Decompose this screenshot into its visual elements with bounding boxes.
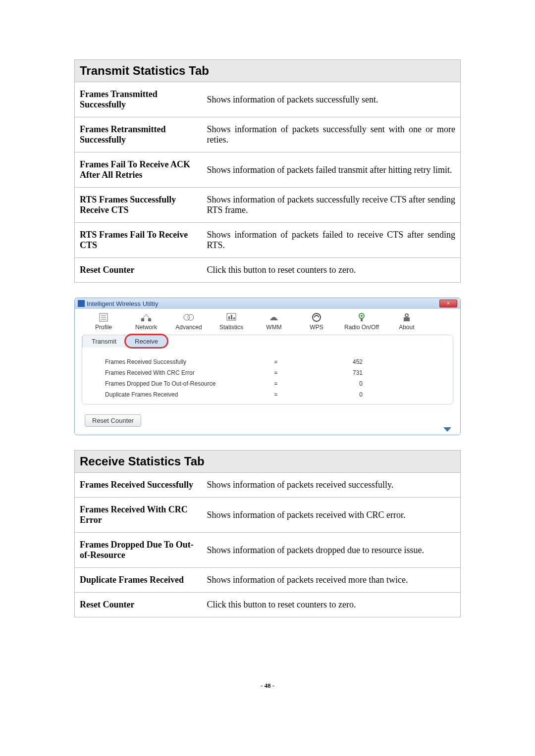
app-icon: [78, 300, 85, 307]
stats-row-3-eq: =: [249, 391, 303, 398]
svg-rect-5: [148, 318, 151, 321]
svg-rect-13: [233, 317, 235, 319]
transmit-table-title: Transmit Statistics Tab: [75, 60, 461, 82]
transmit-row-0-label: Frames Transmitted Successfully: [75, 82, 202, 117]
transmit-row-0-desc: Shows information of packets successfull…: [202, 82, 461, 117]
collapse-icon[interactable]: [443, 427, 451, 432]
receive-row-1-label: Frames Received With CRC Error: [75, 498, 202, 533]
toolbar-about-label: About: [399, 324, 414, 331]
receive-row-2-desc: Shows information of packets dropped due…: [202, 533, 461, 568]
radio-icon: [355, 312, 368, 323]
toolbar-statistics-label: Statistics: [219, 324, 243, 331]
stats-row: Frames Received Successfully = 452: [105, 356, 438, 367]
transmit-row-5-desc: Click this button to reset counters to z…: [202, 258, 461, 283]
stats-panel: Transmit Receive Frames Received Success…: [82, 335, 453, 404]
stats-row-2-eq: =: [249, 380, 303, 387]
statistics-icon: [225, 312, 238, 323]
wps-icon: [310, 312, 323, 323]
receive-row-3-label: Duplicate Frames Received: [75, 568, 202, 593]
toolbar-wps-label: WPS: [310, 324, 323, 331]
toolbar-advanced-label: Advanced: [175, 324, 202, 331]
stats-row-2-value: 0: [303, 380, 363, 387]
receive-statistics-table: Receive Statistics Tab Frames Received S…: [74, 450, 461, 617]
receive-row-3-desc: Shows information of packets received mo…: [202, 568, 461, 593]
svg-line-7: [146, 314, 150, 318]
stats-row-0-label: Frames Received Successfully: [105, 358, 249, 365]
transmit-row-2-label: Frames Fail To Receive ACK After All Ret…: [75, 152, 202, 188]
tab-transmit[interactable]: Transmit: [82, 335, 126, 348]
receive-table-title: Receive Statistics Tab: [75, 451, 461, 473]
stats-row-0-eq: =: [249, 358, 303, 365]
dialog-titlebar: Intelligent Wireless Utiltiy ×: [75, 298, 460, 309]
profile-icon: [97, 312, 110, 323]
transmit-row-4-label: RTS Frames Fail To Receive CTS: [75, 223, 202, 258]
transmit-row-1-label: Frames Retransmitted Successfully: [75, 117, 202, 152]
network-icon: [140, 312, 153, 323]
svg-point-19: [405, 314, 408, 317]
receive-row-0-desc: Shows information of packets received su…: [202, 473, 461, 498]
tab-receive[interactable]: Receive: [125, 335, 167, 348]
dialog-title: Intelligent Wireless Utiltiy: [87, 300, 159, 307]
stats-row-3-value: 0: [303, 391, 363, 398]
svg-rect-17: [361, 318, 363, 321]
svg-rect-4: [141, 318, 144, 321]
advanced-icon: [182, 312, 195, 323]
stats-row: Duplicate Frames Received = 0: [105, 389, 438, 400]
svg-line-6: [143, 314, 146, 318]
dialog-toolbar: Profile Network Advanced Statistics WMM …: [75, 309, 460, 335]
toolbar-profile-label: Profile: [95, 324, 112, 331]
toolbar-network-label: Network: [135, 324, 157, 331]
receive-row-0-label: Frames Received Successfully: [75, 473, 202, 498]
stats-row-1-eq: =: [249, 369, 303, 376]
transmit-row-4-desc: Shows information of packets failed to r…: [202, 223, 461, 258]
wmm-icon: [268, 312, 280, 323]
close-button[interactable]: ×: [439, 300, 457, 307]
about-icon: [400, 312, 413, 323]
stats-row: Frames Dropped Due To Out-of-Resource = …: [105, 378, 438, 389]
svg-rect-18: [404, 317, 410, 321]
reset-counter-button[interactable]: Reset Counter: [85, 414, 141, 427]
stats-row-1-label: Frames Received With CRC Error: [105, 369, 249, 376]
transmit-row-3-label: RTS Frames Successfully Receive CTS: [75, 188, 202, 223]
page-number: - 48 -: [74, 682, 461, 690]
toolbar-wmm[interactable]: WMM: [259, 312, 289, 331]
stats-row-0-value: 452: [303, 358, 363, 365]
transmit-row-2-desc: Shows information of packets failed tran…: [202, 152, 461, 188]
toolbar-radio-label: Radio On/Off: [344, 324, 379, 331]
svg-point-16: [361, 315, 363, 317]
toolbar-about[interactable]: About: [392, 312, 422, 331]
transmit-row-5-label: Reset Counter: [75, 258, 202, 283]
toolbar-statistics[interactable]: Statistics: [216, 312, 246, 331]
stats-row: Frames Received With CRC Error = 731: [105, 367, 438, 378]
stats-row-1-value: 731: [303, 369, 363, 376]
receive-row-1-desc: Shows information of packets received wi…: [202, 498, 461, 533]
transmit-row-3-desc: Shows information of packets successfull…: [202, 188, 461, 223]
toolbar-network[interactable]: Network: [131, 312, 161, 331]
transmit-row-1-desc: Shows information of packets successfull…: [202, 117, 461, 152]
wireless-utility-dialog: Intelligent Wireless Utiltiy × Profile N…: [74, 298, 461, 435]
svg-rect-12: [231, 315, 232, 319]
receive-row-2-label: Frames Dropped Due To Out-of-Resource: [75, 533, 202, 568]
stats-row-2-label: Frames Dropped Due To Out-of-Resource: [105, 380, 249, 387]
toolbar-radio[interactable]: Radio On/Off: [344, 312, 379, 331]
toolbar-wmm-label: WMM: [266, 324, 281, 331]
transmit-statistics-table: Transmit Statistics Tab Frames Transmitt…: [74, 59, 461, 283]
receive-row-4-label: Reset Counter: [75, 593, 202, 617]
toolbar-wps[interactable]: WPS: [302, 312, 331, 331]
stats-list: Frames Received Successfully = 452 Frame…: [82, 348, 453, 404]
toolbar-advanced[interactable]: Advanced: [174, 312, 204, 331]
svg-rect-11: [228, 316, 230, 319]
stats-row-3-label: Duplicate Frames Received: [105, 391, 249, 398]
receive-row-4-desc: Click this button to reset counters to z…: [202, 593, 461, 617]
svg-point-14: [313, 313, 321, 321]
toolbar-profile[interactable]: Profile: [89, 312, 118, 331]
svg-point-9: [188, 314, 194, 320]
